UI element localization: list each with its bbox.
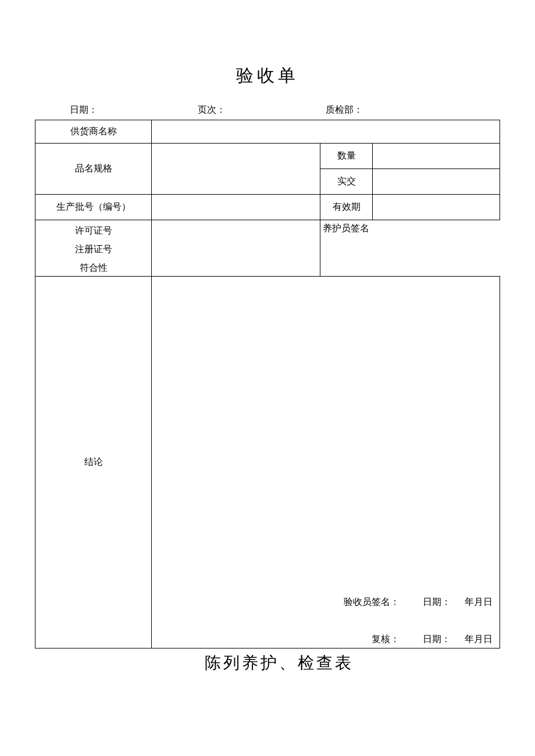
inspector-date-label: 日期： [423, 596, 451, 608]
meta-date-label: 日期： [70, 104, 198, 116]
value-license-stack [152, 220, 320, 277]
value-valid [373, 195, 500, 220]
acceptance-table: 供货商名称 品名规格 数量 实交 生产批号（编号） 有效期 许可证号 注册证号 [35, 120, 500, 648]
label-caretaker-sig: 养护员签名 [323, 223, 369, 233]
value-spec [152, 144, 320, 195]
label-license: 许可证号 [75, 221, 112, 240]
inspector-sign-line: 验收员签名： 日期： 年月日 [344, 596, 493, 608]
label-actual: 实交 [320, 169, 373, 195]
value-batch [152, 195, 320, 220]
label-register: 注册证号 [75, 240, 112, 259]
reviewer-date-label: 日期： [423, 633, 451, 646]
caretaker-signature-block: 养护员签名 [320, 220, 500, 277]
label-conclusion: 结论 [35, 277, 152, 648]
meta-page-label: 页次： [198, 104, 326, 116]
label-spec: 品名规格 [35, 144, 152, 195]
label-batch: 生产批号（编号） [35, 195, 152, 220]
label-valid: 有效期 [320, 195, 373, 220]
label-license-stack: 许可证号 注册证号 符合性 [35, 220, 152, 277]
reviewer-ymd: 年月日 [465, 633, 493, 646]
label-qty: 数量 [320, 144, 373, 169]
inspector-label: 验收员签名： [344, 596, 400, 608]
reviewer-sign-line: 复核： 日期： 年月日 [372, 633, 493, 646]
value-supplier [152, 120, 500, 144]
meta-row: 日期： 页次： 质检部： [35, 104, 500, 120]
document-page: 验收单 日期： 页次： 质检部： 供货商名称 品名规格 数量 实交 生产批号（编… [0, 0, 535, 697]
second-form-title: 陈列养护、检查表 [35, 652, 500, 674]
meta-dept-label: 质检部： [326, 104, 454, 116]
label-compliance: 符合性 [80, 259, 108, 277]
inspector-ymd: 年月日 [465, 596, 493, 608]
reviewer-label: 复核： [372, 633, 400, 646]
form-title: 验收单 [35, 64, 500, 88]
label-supplier: 供货商名称 [35, 120, 152, 144]
value-actual [373, 169, 500, 195]
conclusion-body: 验收员签名： 日期： 年月日 复核： 日期： 年月日 [152, 277, 500, 648]
value-qty [373, 144, 500, 169]
